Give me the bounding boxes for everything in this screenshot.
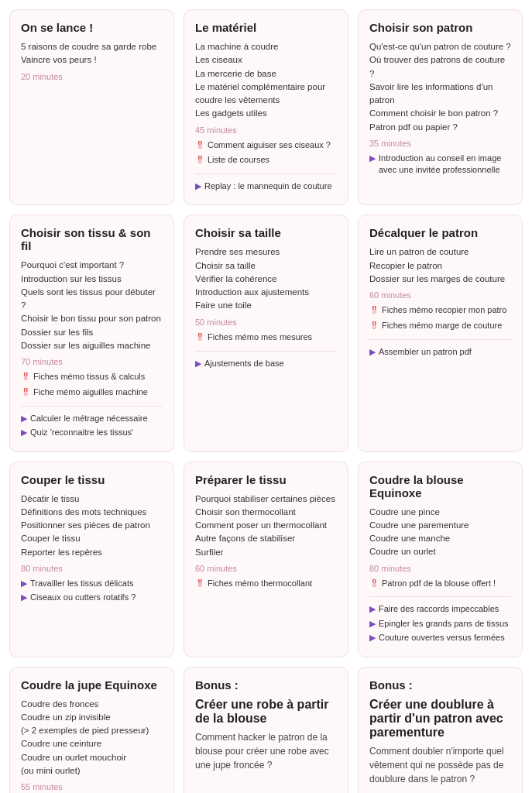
memo-icon: 🎖 <box>369 304 379 318</box>
section-divider <box>195 351 337 352</box>
resource-text: Fiches mémo recopier mon patro <box>382 304 506 316</box>
memo-icon: 🎖 <box>21 386 30 400</box>
resource-text: Quiz 'reconnaitre les tissus' <box>30 427 133 438</box>
card-duration: 60 minutes <box>195 564 337 573</box>
resource-memo[interactable]: 🎖Fiches mémo recopier mon patro <box>369 304 511 318</box>
card-duration: 45 minutes <box>195 125 337 135</box>
list-item: Vérifier la cohérence <box>195 273 337 286</box>
list-item: Faire une toile <box>195 299 337 312</box>
resource-video[interactable]: ▶Calculer le métrage nécessaire <box>21 413 163 424</box>
card-items-list: Lire un patron de coutureRecopier le pat… <box>369 245 511 286</box>
video-icon: ▶ <box>195 180 201 192</box>
card-items-list: Décatir le tissuDéfinitions des mots tec… <box>21 493 163 559</box>
resource-text: Faire des raccords impeccables <box>379 603 499 615</box>
list-item: Pourquoi stabiliser certaines pièces <box>195 493 337 506</box>
list-item: Lire un patron de couture <box>369 245 511 259</box>
video-icon: ▶ <box>21 578 27 589</box>
course-card-le-materiel: Le matérielLa machine à coudreLes ciseau… <box>184 9 348 205</box>
resource-memo[interactable]: 🎖Fiches mémo tissus & calculs <box>21 371 163 384</box>
bonus-text: Comment doubler n'importe quel vêtement … <box>369 744 511 786</box>
card-title: Choisir son patron <box>369 21 511 34</box>
card-title: Le matériel <box>195 21 337 34</box>
resource-memo[interactable]: 🎖Fiches mémo marge de couture <box>369 320 511 333</box>
card-duration: 20 minutes <box>21 72 163 81</box>
resource-memo[interactable]: 🎖Fiches mémo mes mesures <box>195 331 337 345</box>
list-item: Décatir le tissu <box>21 493 163 506</box>
resource-text: Liste de courses <box>208 154 269 166</box>
card-title: Coudre la jupe Equinoxe <box>21 678 163 692</box>
course-card-choisir-taille: Choisir sa taillePrendre ses mesuresChoi… <box>184 215 348 451</box>
video-icon: ▶ <box>369 632 376 644</box>
card-duration: 70 minutes <box>21 357 163 366</box>
memo-icon: 🎖 <box>195 154 204 167</box>
resource-video[interactable]: ▶Ajustements de base <box>195 358 337 369</box>
list-item: Choisir son thermocollant <box>195 506 337 519</box>
video-icon: ▶ <box>21 413 27 424</box>
list-item: Vaincre vos peurs ! <box>21 53 163 67</box>
section-divider <box>369 596 511 597</box>
list-item: Coudre une manche <box>369 532 511 545</box>
resource-video[interactable]: ▶Travailler les tissus délicats <box>21 578 163 589</box>
resource-text: Fiches mémo marge de couture <box>382 320 502 331</box>
resource-text: Comment aiguiser ses ciseaux ? <box>208 139 331 151</box>
video-icon: ▶ <box>195 358 201 369</box>
card-items-list: Pourquoi c'est important ?Introduction s… <box>21 259 163 352</box>
list-item: Introduction aux ajustements <box>195 286 337 299</box>
resource-memo[interactable]: 🎖Liste de courses <box>195 154 337 167</box>
resource-memo[interactable]: 🎖Fiches mémo thermocollant <box>195 578 337 591</box>
course-card-coudre-blouse: Coudre la blouse EquinoxeCoudre une pinc… <box>358 462 523 657</box>
memo-icon: 🎖 <box>369 320 379 333</box>
list-item: Où trouver des patrons de couture ? <box>369 53 511 81</box>
list-item: Coudre des fronces <box>21 698 163 711</box>
resource-text: Couture ouvertes versus fermées <box>379 632 505 644</box>
list-item: Les gadgets utiles <box>195 107 337 120</box>
video-icon: ▶ <box>369 153 376 164</box>
card-title: Décalquer le patron <box>369 226 511 239</box>
memo-icon: 🎖 <box>21 371 30 384</box>
card-items-list: Coudre des froncesCoudre un zip invisibl… <box>21 698 163 778</box>
memo-icon: 🎖 <box>369 578 379 591</box>
resource-video[interactable]: ▶Couture ouvertes versus fermées <box>369 632 511 644</box>
resource-video[interactable]: ▶Faire des raccords impeccables <box>369 603 511 615</box>
list-item: Couper le tissu <box>21 532 163 545</box>
resource-memo[interactable]: 🎖Comment aiguiser ses ciseaux ? <box>195 139 337 153</box>
resource-text: Fiches mémo thermocollant <box>208 578 312 589</box>
list-item: Dossier sur les marges de couture <box>369 273 511 286</box>
list-item: Coudre une pince <box>369 506 511 519</box>
resource-text: Fiches mémo mes mesures <box>208 331 312 343</box>
card-items-list: Qu'est-ce qu'un patron de couture ?Où tr… <box>369 40 511 134</box>
course-card-on-se-lance: On se lance !5 raisons de coudre sa gard… <box>9 9 174 205</box>
resource-video[interactable]: ▶Ciseaux ou cutters rotatifs ? <box>21 592 163 603</box>
resource-video[interactable]: ▶Epingler les grands pans de tissus <box>369 618 511 630</box>
card-duration: 80 minutes <box>21 564 163 573</box>
resource-memo[interactable]: 🎖Patron pdf de la blouse offert ! <box>369 578 511 591</box>
card-items-list: Pourquoi stabiliser certaines piècesChoi… <box>195 493 337 559</box>
resource-text: Fiche mémo aiguilles machine <box>33 386 148 398</box>
list-item: (ou mini ourlet) <box>21 764 163 778</box>
list-item: Qu'est-ce qu'un patron de couture ? <box>369 40 511 53</box>
resource-text: Patron pdf de la blouse offert ! <box>382 578 496 589</box>
video-icon: ▶ <box>369 618 376 630</box>
list-item: (> 2 exemples de pied presseur) <box>21 724 163 737</box>
list-item: Autre façons de stabiliser <box>195 532 337 545</box>
resource-video[interactable]: ▶Assembler un patron pdf <box>369 346 511 358</box>
resource-video[interactable]: ▶Introduction au conseil en image avec u… <box>369 153 511 177</box>
list-item: La mercerie de base <box>195 67 337 81</box>
card-items-list: Prendre ses mesuresChoisir sa tailleVéri… <box>195 245 337 312</box>
course-card-coudre-jupe: Coudre la jupe EquinoxeCoudre des fronce… <box>9 667 174 793</box>
card-items-list: La machine à coudreLes ciseauxLa merceri… <box>195 40 337 121</box>
list-item: Pourquoi c'est important ? <box>21 259 163 272</box>
resource-text: Fiches mémo tissus & calculs <box>33 371 145 383</box>
card-title: Bonus : <box>195 678 337 692</box>
list-item: Coudre une parementure <box>369 519 511 532</box>
resource-text: Epingler les grands pans de tissus <box>379 618 509 630</box>
card-title: Préparer le tissu <box>195 473 337 486</box>
resource-memo[interactable]: 🎖Fiche mémo aiguilles machine <box>21 386 163 400</box>
card-title: Coudre la blouse Equinoxe <box>369 473 511 499</box>
resource-video[interactable]: ▶Replay : le mannequin de couture <box>195 180 337 192</box>
resource-video[interactable]: ▶Quiz 'reconnaitre les tissus' <box>21 427 163 438</box>
course-card-preparer-tissu: Préparer le tissuPourquoi stabiliser cer… <box>184 462 348 657</box>
resource-text: Ajustements de base <box>204 358 284 369</box>
memo-icon: 🎖 <box>195 139 204 153</box>
list-item: Définitions des mots techniques <box>21 506 163 519</box>
